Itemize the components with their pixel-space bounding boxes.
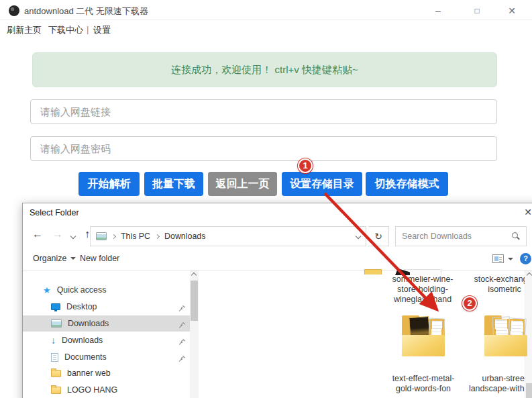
menu-download-center[interactable]: 下载中心: [48, 24, 83, 36]
sidebar-item-downloads[interactable]: ↓ Downloads: [23, 332, 190, 348]
folder-icon-urban-street[interactable]: [480, 313, 532, 360]
dialog-title: Select Folder: [30, 208, 79, 217]
app-icon: [9, 5, 19, 16]
desktop-icon: [51, 303, 60, 310]
new-folder-button[interactable]: New folder: [80, 254, 119, 263]
sidebar-item-banner-web[interactable]: banner web: [23, 365, 190, 381]
refresh-button[interactable]: ↻: [368, 226, 389, 246]
sidebar-item-logo-hang[interactable]: LOGO HANG: [23, 382, 190, 398]
screen: antdownload 二代 无限速下载器 – □ ✕ 刷新主页 下载中心 | …: [0, 0, 532, 398]
search-placeholder: Search Downloads: [402, 232, 512, 241]
select-folder-dialog: Select Folder ✕ ← → ↑ This PC Downloads …: [22, 203, 532, 398]
scrollbar-thumb[interactable]: [526, 383, 532, 398]
file-label-urban-street[interactable]: urban-street-landscape-with-cros: [466, 374, 532, 394]
download-arrow-icon: ↓: [51, 336, 56, 345]
dialog-toolbar: Organize New folder ?: [23, 248, 532, 270]
file-list-scrollbar[interactable]: [525, 270, 532, 398]
switch-storage-mode-button[interactable]: 切换存储模式: [366, 172, 448, 196]
folder-icon-text-effect[interactable]: [397, 313, 449, 360]
scrollbar-up-icon[interactable]: [191, 272, 197, 278]
success-banner: 连接成功，欢迎使用！ ctrl+v 快捷键粘贴~: [32, 52, 497, 87]
quick-access-star-icon: ★: [43, 285, 51, 295]
sidebar-scrollbar[interactable]: [190, 270, 199, 398]
nav-up-icon[interactable]: ↑: [85, 228, 90, 240]
sidebar-item-downloads-selected[interactable]: Downloads: [23, 315, 190, 332]
main-titlebar: antdownload 二代 无限速下载器 – □ ✕: [0, 0, 532, 20]
menu-separator: |: [87, 24, 89, 34]
annotation-step-1: 1: [298, 158, 313, 173]
maximize-button[interactable]: □: [467, 4, 487, 17]
sidebar-item-desktop[interactable]: Desktop: [23, 299, 190, 315]
folder-icon: [51, 370, 61, 377]
pan-link-input[interactable]: [30, 99, 497, 124]
menu-refresh-home[interactable]: 刷新主页: [7, 24, 42, 36]
nav-back-icon[interactable]: ←: [32, 228, 43, 240]
app-title: antdownload 二代 无限速下载器: [24, 5, 148, 17]
view-mode-icon[interactable]: [492, 254, 504, 263]
pin-icon: [178, 303, 186, 315]
organize-button[interactable]: Organize: [33, 254, 76, 263]
search-box[interactable]: Search Downloads: [395, 226, 527, 246]
nav-forward-icon[interactable]: →: [52, 228, 63, 240]
back-page-button[interactable]: 返回上一页: [208, 172, 277, 196]
close-button[interactable]: ✕: [502, 4, 522, 17]
start-parse-button[interactable]: 开始解析: [78, 172, 140, 196]
breadcrumb-chevron-icon: [111, 234, 116, 238]
file-label-text-effect[interactable]: text-effect-metal-gold-words-fon: [383, 374, 464, 394]
menubar: 刷新主页 下载中心 | 设置: [0, 21, 532, 38]
document-icon: [51, 353, 58, 362]
menu-settings[interactable]: 设置: [93, 24, 111, 36]
file-list: sommelier-wine-store-holding-wineglass-h…: [199, 270, 525, 398]
nav-history-chevron-icon[interactable]: [70, 234, 76, 239]
file-item-sommelier[interactable]: sommelier-wine-store-holding-wineglass-h…: [382, 275, 463, 305]
view-mode-caret-icon[interactable]: [508, 258, 513, 260]
pan-password-input[interactable]: [30, 136, 497, 161]
batch-download-button[interactable]: 批量下载: [144, 172, 203, 196]
navigation-pane: ★ Quick access Desktop Downloads ↓ Downl…: [23, 270, 190, 398]
this-pc-icon: [96, 232, 107, 240]
search-icon[interactable]: [512, 232, 520, 240]
dialog-close-icon[interactable]: ✕: [521, 207, 532, 219]
breadcrumb-this-pc[interactable]: This PC: [121, 232, 150, 241]
scrollbar-thumb[interactable]: [191, 281, 198, 321]
file-item-stock-exchange[interactable]: stock-exchange-isometric: [464, 275, 532, 295]
breadcrumb-downloads[interactable]: Downloads: [164, 232, 205, 241]
downloads-folder-icon: [51, 319, 62, 328]
minimize-button[interactable]: –: [428, 4, 448, 17]
cutoff-folder-icon: [364, 269, 382, 275]
sidebar-item-quick-access[interactable]: ★ Quick access: [23, 282, 190, 298]
pin-icon: [178, 319, 186, 332]
folder-icon: [51, 387, 61, 394]
scrollbar-up-icon[interactable]: [527, 272, 532, 278]
navigation-bar: ← → ↑ This PC Downloads ↻ Search Downloa…: [23, 223, 532, 248]
set-storage-dir-button[interactable]: 设置存储目录: [282, 172, 362, 196]
address-bar[interactable]: This PC Downloads: [90, 226, 366, 246]
caret-down-icon: [70, 257, 76, 260]
pin-icon: [178, 336, 186, 348]
annotation-step-2: 2: [462, 296, 477, 311]
address-dropdown-icon[interactable]: [356, 234, 361, 239]
breadcrumb-chevron-icon: [155, 234, 160, 238]
sidebar-item-documents[interactable]: Documents: [23, 349, 190, 365]
pin-icon: [178, 353, 186, 365]
help-icon[interactable]: ?: [520, 253, 531, 264]
